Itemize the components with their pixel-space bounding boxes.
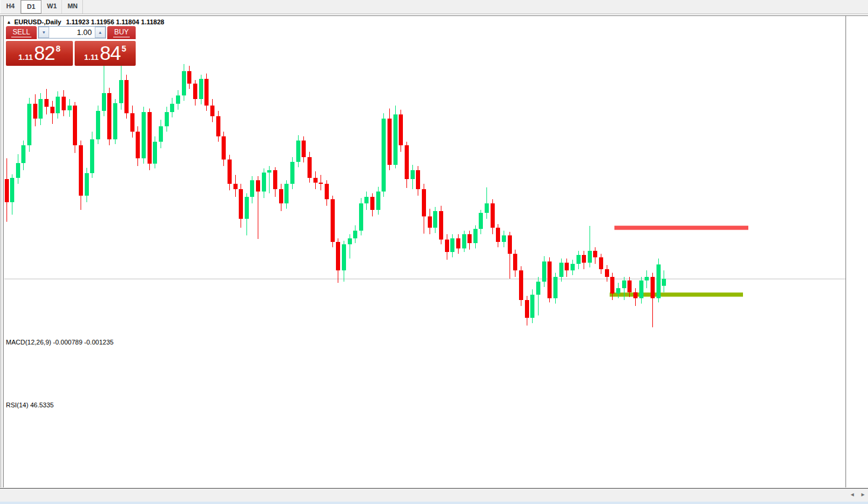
candle (153, 136, 157, 168)
volume-spinner: ▼ ▲ (38, 26, 106, 39)
candle (10, 174, 14, 215)
candle (50, 101, 55, 124)
candle (130, 106, 134, 138)
candle (547, 257, 552, 302)
chart-tab-bar: ◄ ► (0, 489, 868, 502)
candle (245, 193, 249, 236)
candle (559, 259, 563, 282)
candle (513, 250, 517, 277)
volume-decrease-button[interactable]: ▼ (39, 27, 49, 38)
tab-scroll-right-icon[interactable]: ► (860, 492, 866, 497)
candle (319, 175, 323, 190)
buy-price: 1.11 84 5 (84, 43, 126, 63)
candle (359, 198, 363, 235)
sell-price: 1.11 82 8 (18, 43, 60, 63)
buy-price-panel[interactable]: 1.11 84 5 (75, 41, 136, 66)
candle (450, 234, 454, 257)
candle (633, 288, 638, 306)
candle (439, 206, 443, 244)
candle (588, 226, 592, 267)
candle (165, 107, 169, 131)
candle (27, 98, 31, 152)
candle (56, 91, 60, 119)
candle (73, 102, 77, 154)
candle (96, 106, 100, 144)
tab-scroll-left-icon[interactable]: ◄ (850, 492, 855, 497)
candle (313, 171, 318, 189)
sell-price-big-digits: 82 (34, 43, 55, 63)
buy-button[interactable]: BUY (107, 26, 136, 39)
candle (176, 90, 180, 110)
candle (228, 155, 232, 191)
candle (239, 184, 243, 228)
chart-ohlc-values: 1.11923 1.11956 1.11804 1.11828 (66, 18, 164, 25)
candle (290, 157, 294, 189)
candle (124, 75, 129, 119)
candle (639, 277, 643, 304)
candle (582, 251, 586, 269)
candle (348, 234, 352, 259)
timeframe-button-mn[interactable]: MN (62, 0, 83, 14)
candle (553, 273, 558, 304)
candlestick-series (5, 62, 667, 328)
candle (387, 109, 392, 170)
collapse-triangle-icon[interactable]: ▲ (7, 20, 11, 25)
candle (33, 94, 37, 126)
candle (308, 152, 312, 183)
candle (204, 74, 209, 111)
window-left-border (1, 15, 1, 487)
candle (119, 65, 123, 110)
candle (542, 256, 546, 287)
candle (502, 231, 506, 247)
candle (467, 231, 472, 250)
resistance-line[interactable] (614, 226, 748, 230)
candle (364, 192, 369, 209)
candle (370, 193, 374, 216)
timeframe-button-w1[interactable]: W1 (41, 0, 62, 14)
sell-button-label: SELL (11, 28, 31, 37)
bottom-edge-strip (0, 502, 868, 504)
candle (262, 168, 266, 198)
candle (62, 90, 66, 116)
candle (296, 135, 300, 167)
price-axis-border (845, 16, 846, 487)
candle (491, 199, 495, 234)
candle (216, 111, 220, 142)
candle (79, 141, 83, 210)
candle (508, 232, 512, 279)
timeframe-button-h4[interactable]: H4 (0, 0, 21, 14)
mt4-window: H4 D1 W1 MN ▲EURUSD-,Daily1.11923 1.1195… (0, 0, 868, 504)
candle (170, 98, 174, 117)
candle (605, 265, 609, 282)
candle (5, 158, 9, 222)
timeframe-button-d1[interactable]: D1 (21, 0, 41, 14)
candle (473, 225, 478, 248)
candle (353, 225, 357, 243)
candle (256, 176, 260, 238)
trade-panel-top-row: SELL ▼ ▲ BUY (6, 26, 136, 39)
candle (485, 187, 489, 219)
candle (565, 259, 569, 276)
volume-input[interactable] (49, 27, 95, 38)
candle (107, 88, 111, 146)
rsi-label: RSI(14) 46.5335 (6, 401, 54, 409)
candle (536, 277, 540, 315)
candle (90, 132, 94, 178)
candle (456, 234, 460, 254)
sell-price-pip-digit: 8 (56, 44, 60, 53)
candle (393, 106, 398, 168)
candle (102, 62, 106, 116)
candle (250, 176, 254, 203)
candle (302, 136, 306, 162)
candle (496, 224, 500, 247)
sell-button[interactable]: SELL (6, 26, 37, 39)
candle (159, 120, 163, 148)
buy-button-label: BUY (113, 28, 130, 37)
period-toolbar: H4 D1 W1 MN (0, 0, 868, 14)
candle (662, 270, 666, 292)
sell-price-panel[interactable]: 1.11 82 8 (6, 41, 73, 66)
chart-symbol-period: EURUSD-,Daily (14, 18, 61, 25)
volume-increase-button[interactable]: ▲ (95, 27, 105, 38)
candle (651, 273, 655, 327)
chart-canvas[interactable] (4, 17, 845, 474)
